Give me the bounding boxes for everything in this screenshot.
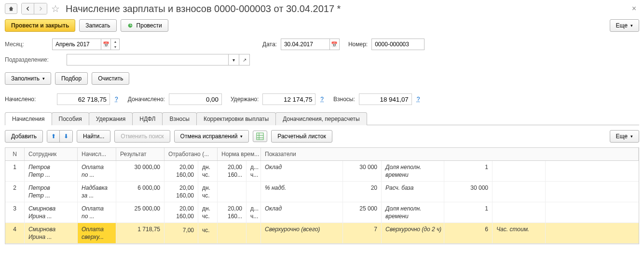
accrued-label: Начислено: — [5, 96, 53, 103]
svg-rect-1 — [257, 133, 263, 140]
fill-label: Заполнить — [11, 75, 40, 82]
tab-Взносы[interactable]: Взносы — [162, 112, 196, 125]
table-row[interactable]: 4СмирноваИрина ...Оплатасверху...1 718,7… — [5, 223, 639, 244]
month-input[interactable] — [53, 39, 101, 50]
col-employee[interactable]: Сотрудник — [25, 148, 78, 160]
contrib-value — [359, 93, 412, 105]
withheld-label: Удержано: — [231, 96, 259, 103]
col-norm[interactable]: Норма врем... — [218, 148, 261, 160]
department-dropdown-button[interactable]: ▾ — [228, 54, 239, 65]
more-label: Еще — [616, 22, 628, 29]
table-row[interactable]: 3СмирноваИрина ...Оплатапо ...25 000,002… — [5, 202, 639, 223]
more-button-top[interactable]: Еще ▾ — [610, 19, 639, 32]
home-button[interactable] — [5, 3, 17, 14]
close-button[interactable]: × — [629, 4, 639, 13]
contrib-label: Взносы: — [333, 96, 355, 103]
tab-Корректировки выплаты[interactable]: Корректировки выплаты — [196, 112, 276, 125]
tab-Начисления[interactable]: Начисления — [5, 112, 52, 125]
cancel-corrections-button[interactable]: Отмена исправлений ▾ — [174, 130, 249, 143]
accruals-grid[interactable]: N Сотрудник Начисл... Результат Отработа… — [5, 147, 639, 244]
date-label: Дата: — [262, 41, 277, 48]
number-input[interactable] — [371, 39, 425, 50]
withheld-help-icon[interactable]: ? — [319, 96, 325, 103]
col-n[interactable]: N — [5, 148, 25, 160]
post-button[interactable]: Провести — [121, 19, 168, 32]
date-input[interactable] — [281, 39, 329, 50]
additional-label: Доначислено: — [128, 96, 165, 103]
tab-Удержания[interactable]: Удержания — [89, 112, 133, 125]
accrued-help-icon[interactable]: ? — [114, 96, 119, 103]
number-label: Номер: — [348, 41, 368, 48]
date-input-group[interactable]: 📅 — [281, 39, 340, 50]
more-button-tab[interactable]: Еще ▾ — [610, 130, 639, 143]
move-up-button[interactable]: ⬆ — [47, 131, 60, 142]
month-input-group[interactable]: 📅 ▴▾ — [52, 39, 120, 50]
department-label: Подразделение: — [5, 56, 63, 63]
date-picker-button[interactable]: 📅 — [329, 39, 339, 50]
col-worked[interactable]: Отработано (... — [164, 148, 218, 160]
month-picker-button[interactable]: 📅 — [101, 39, 110, 50]
tab-Пособия[interactable]: Пособия — [52, 112, 89, 125]
table-row[interactable]: 2ПетровПетр ...Надбавказа ...6 000,0020,… — [5, 182, 639, 202]
grid-mode-button[interactable] — [253, 131, 267, 142]
col-result[interactable]: Результат — [116, 148, 164, 160]
favorite-star-icon[interactable]: ☆ — [51, 3, 60, 14]
payslip-button[interactable]: Расчетный листок — [271, 130, 332, 143]
department-input-group[interactable]: ▾ ↗ — [67, 54, 250, 66]
cancel-fix-label: Отмена исправлений — [180, 133, 238, 140]
tab-НДФЛ[interactable]: НДФЛ — [132, 112, 163, 125]
month-label: Месяц: — [5, 41, 48, 48]
fill-button[interactable]: Заполнить ▾ — [5, 72, 51, 85]
contrib-help-icon[interactable]: ? — [416, 96, 421, 103]
withheld-value — [262, 93, 315, 105]
add-row-button[interactable]: Добавить — [5, 130, 43, 143]
accrued-value — [57, 93, 110, 105]
find-button[interactable]: Найти... — [77, 130, 110, 143]
table-row[interactable]: 1ПетровПетр ...Оплатапо ...30 000,0020,0… — [5, 161, 639, 182]
move-down-button[interactable]: ⬇ — [60, 131, 72, 142]
post-button-label: Провести — [137, 22, 162, 29]
col-accrual[interactable]: Начисл... — [78, 148, 116, 160]
clear-button[interactable]: Очистить — [92, 72, 129, 85]
cancel-find-button: Отменить поиск — [114, 130, 170, 143]
pick-button[interactable]: Подбор — [55, 72, 88, 85]
more-tab-label: Еще — [616, 133, 628, 140]
month-spinner[interactable]: ▴▾ — [110, 39, 119, 50]
save-button[interactable]: Записать — [79, 19, 116, 32]
tab-Доначисления, перерасчеты[interactable]: Доначисления, перерасчеты — [275, 112, 367, 125]
page-title: Начисление зарплаты и взносов 0000-00000… — [66, 3, 625, 14]
col-indicators[interactable]: Показатели — [261, 148, 639, 160]
department-input[interactable] — [67, 54, 228, 65]
additional-value — [169, 93, 222, 105]
department-open-button[interactable]: ↗ — [239, 54, 249, 65]
post-and-close-button[interactable]: Провести и закрыть — [5, 19, 75, 32]
forward-button[interactable] — [34, 3, 47, 14]
back-button[interactable] — [22, 3, 34, 14]
